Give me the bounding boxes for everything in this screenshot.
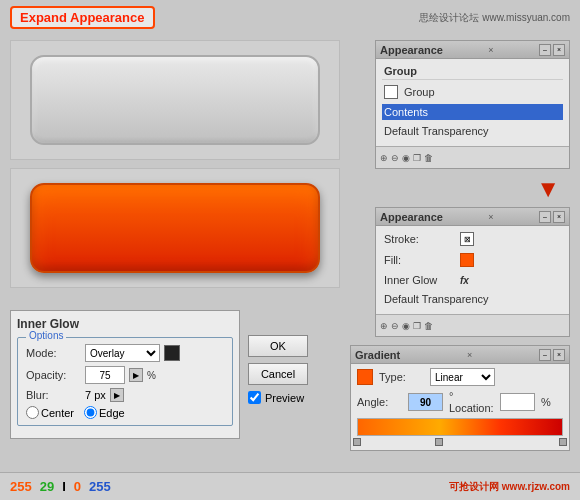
blur-row: Blur: 7 px ▶ <box>26 388 224 402</box>
type-label: Type: <box>379 371 424 383</box>
contents-row[interactable]: Contents <box>382 104 563 120</box>
ok-button[interactable]: OK <box>248 335 308 357</box>
gradient-angle-row: Angle: ° Location: % <box>357 390 563 414</box>
eye-icon-1[interactable]: ◉ <box>402 153 410 163</box>
appearance-panel-2: Appearance × – × Stroke: ⊠ Fill: Inner G… <box>375 207 570 337</box>
stroke-icon[interactable]: ⊠ <box>460 232 474 246</box>
opacity-row: Opacity: ▶ % <box>26 366 224 384</box>
gradient-title: Gradient <box>355 349 400 361</box>
mode-label: Mode: <box>26 347 81 359</box>
gradient-bar[interactable] <box>357 418 563 436</box>
blur-arrow[interactable]: ▶ <box>110 388 124 402</box>
fx-label: fx <box>460 275 469 286</box>
stroke-label: Stroke: <box>384 233 454 245</box>
gradient-close-x: × <box>467 350 472 360</box>
preview-checkbox[interactable] <box>248 391 261 404</box>
trash-icon-1[interactable]: 🗑 <box>424 153 433 163</box>
gradient-close-btn[interactable]: × <box>553 349 565 361</box>
footer-icons-1: ⊕ ⊖ ◉ ❐ 🗑 <box>380 153 433 163</box>
edge-radio[interactable] <box>84 406 97 419</box>
location-label: ° Location: <box>449 390 494 414</box>
status-num3: 0 <box>74 479 81 494</box>
mode-select[interactable]: Overlay <box>85 344 160 362</box>
fill-label: Fill: <box>384 254 454 266</box>
status-num2: 29 <box>40 479 54 494</box>
options-group: Options Mode: Overlay Opacity: ▶ % Blur:… <box>17 337 233 426</box>
add-icon-1[interactable]: ⊕ <box>380 153 388 163</box>
group-text: Group <box>404 86 474 98</box>
glow-color-swatch[interactable] <box>164 345 180 361</box>
add-icon-2[interactable]: ⊕ <box>380 321 388 331</box>
gradient-content: Type: Linear Angle: ° Location: % <box>351 364 569 450</box>
copy-icon-1[interactable]: ❐ <box>413 153 421 163</box>
orange-rounded-rect <box>30 183 320 273</box>
preview-label: Preview <box>265 392 304 404</box>
arrow-down-indicator: ▼ <box>375 175 570 203</box>
inner-glow-row: Inner Glow fx <box>382 272 563 288</box>
copy-icon-2[interactable]: ❐ <box>413 321 421 331</box>
group-icon <box>384 85 398 99</box>
center-radio[interactable] <box>26 406 39 419</box>
status-numbers: 255 29 I 0 255 <box>10 479 111 494</box>
type-select[interactable]: Linear <box>430 368 495 386</box>
remove-icon-1[interactable]: ⊖ <box>391 153 399 163</box>
appearance-close-x-1: × <box>488 45 493 55</box>
gray-rect-container <box>10 40 340 160</box>
group-label-1: Group <box>384 65 417 77</box>
opacity-label: Opacity: <box>26 369 81 381</box>
appearance-panel-1: Appearance × – × Group Group Contents De… <box>375 40 570 169</box>
right-panels: Appearance × – × Group Group Contents De… <box>375 40 570 347</box>
mode-row: Mode: Overlay <box>26 344 224 362</box>
site-logo: 可抢设计网 www.rjzw.com <box>449 480 570 494</box>
opacity-input[interactable] <box>85 366 125 384</box>
cancel-button[interactable]: Cancel <box>248 363 308 385</box>
appearance-title-2: Appearance <box>380 211 443 223</box>
blur-label: Blur: <box>26 389 81 401</box>
left-canvas-area <box>10 40 340 288</box>
options-label: Options <box>26 330 66 341</box>
inner-glow-dialog: Inner Glow Options Mode: Overlay Opacity… <box>10 310 240 439</box>
eye-icon-2[interactable]: ◉ <box>402 321 410 331</box>
ok-cancel-area: OK Cancel Preview <box>248 335 308 404</box>
minimize-btn-1[interactable]: – <box>539 44 551 56</box>
location-unit: % <box>541 396 580 408</box>
close-btn-2[interactable]: × <box>553 211 565 223</box>
orange-rect-container <box>10 168 340 288</box>
appearance-close-x-2: × <box>488 212 493 222</box>
stop-right[interactable] <box>559 438 567 446</box>
center-radio-label[interactable]: Center <box>26 406 74 419</box>
edge-radio-label[interactable]: Edge <box>84 406 125 419</box>
location-input[interactable] <box>500 393 535 411</box>
bottom-status-bar: 255 29 I 0 255 可抢设计网 www.rjzw.com <box>0 472 580 500</box>
appearance-titlebar-1: Appearance × – × <box>376 41 569 59</box>
transparency-label-2: Default Transparency <box>384 293 489 305</box>
gradient-type-row: Type: Linear <box>357 368 563 386</box>
appearance-footer-2: ⊕ ⊖ ◉ ❐ 🗑 <box>376 314 569 336</box>
opacity-unit: % <box>147 370 156 381</box>
site-info: 思绘设计论坛 www.missyuan.com <box>419 11 570 25</box>
panel-controls-1: – × <box>539 44 565 56</box>
fill-row: Fill: <box>382 251 563 269</box>
fill-color-swatch[interactable] <box>460 253 474 267</box>
status-num4: 255 <box>89 479 111 494</box>
stop-left[interactable] <box>353 438 361 446</box>
stop-middle[interactable] <box>435 438 443 446</box>
opacity-arrow[interactable]: ▶ <box>129 368 143 382</box>
transparency-label-1: Default Transparency <box>384 125 489 137</box>
appearance-content-2: Stroke: ⊠ Fill: Inner Glow fx Default Tr… <box>376 226 569 314</box>
gradient-color-preview[interactable] <box>357 369 373 385</box>
gradient-titlebar: Gradient × – × <box>351 346 569 364</box>
trash-icon-2[interactable]: 🗑 <box>424 321 433 331</box>
panel-controls-2: – × <box>539 211 565 223</box>
transparency-row-1: Default Transparency <box>382 123 563 139</box>
close-btn-1[interactable]: × <box>553 44 565 56</box>
minimize-btn-2[interactable]: – <box>539 211 551 223</box>
appearance-content-1: Group Group Contents Default Transparenc… <box>376 59 569 146</box>
contents-label: Contents <box>384 106 454 118</box>
remove-icon-2[interactable]: ⊖ <box>391 321 399 331</box>
group-row-1: Group <box>382 63 563 80</box>
gradient-minimize-btn[interactable]: – <box>539 349 551 361</box>
angle-input[interactable] <box>408 393 443 411</box>
gradient-controls: – × <box>539 349 565 361</box>
status-separator: I <box>62 479 66 494</box>
